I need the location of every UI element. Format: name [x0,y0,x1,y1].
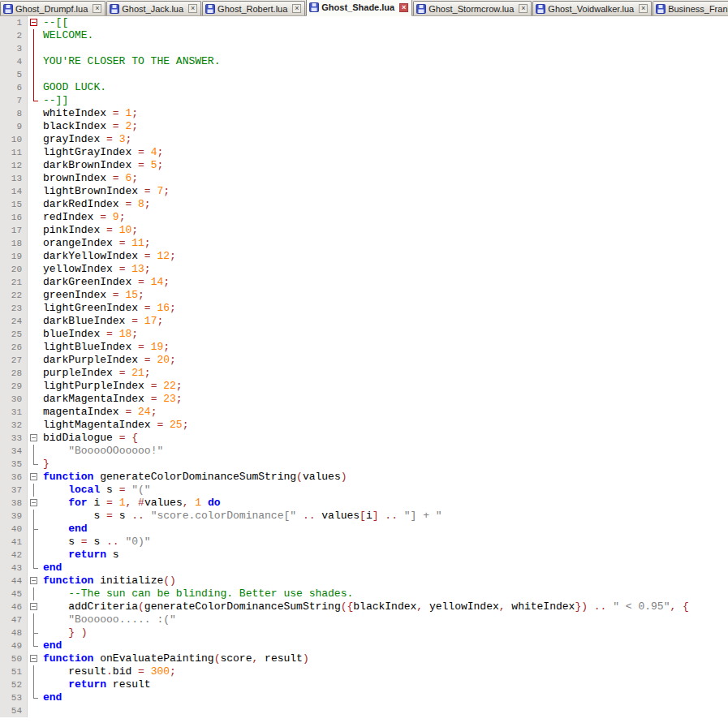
close-icon[interactable]: × [519,4,528,13]
line-number[interactable]: 38 [0,497,28,510]
line-number[interactable]: 39 [0,510,28,523]
line-number[interactable]: 14 [0,185,28,198]
code-line[interactable]: 38 for i = 1, #values, 1 do [0,497,728,510]
tab-ghost_stormcrow-lua[interactable]: Ghost_Stormcrow.lua× [413,1,532,15]
line-number[interactable]: 30 [0,393,28,406]
code-line[interactable]: 18orangeIndex = 11; [0,237,728,250]
line-number[interactable]: 17 [0,224,28,237]
code-line[interactable]: 31magentaIndex = 24; [0,406,728,419]
line-number[interactable]: 48 [0,626,28,639]
line-number[interactable]: 7 [0,94,28,107]
line-number[interactable]: 32 [0,419,28,432]
code-line[interactable]: 34 "BooooOOooooo!" [0,445,728,458]
code-line[interactable]: 41 s = s .. "0)" [0,536,728,549]
close-icon[interactable]: × [639,4,648,13]
line-number[interactable]: 25 [0,328,28,341]
code-line[interactable]: 45 --The sun can be blinding. Better use… [0,587,728,600]
code-line[interactable]: 53end [0,691,728,704]
line-number[interactable]: 45 [0,587,28,600]
tab-ghost_jack-lua[interactable]: Ghost_Jack.lua× [106,1,201,15]
fold-toggle-icon[interactable] [28,471,41,484]
code-line[interactable]: 24darkBlueIndex = 17; [0,315,728,328]
code-line[interactable]: 54 [0,704,728,717]
line-number[interactable]: 16 [0,211,28,224]
code-line[interactable]: 15darkRedIndex = 8; [0,198,728,211]
line-number[interactable]: 52 [0,678,28,691]
code-line[interactable]: 10grayIndex = 3; [0,133,728,146]
line-number[interactable]: 47 [0,613,28,626]
code-line[interactable]: 23lightGreenIndex = 16; [0,302,728,315]
line-number[interactable]: 9 [0,120,28,133]
fold-toggle-icon[interactable] [28,652,41,665]
code-line[interactable]: 47 "Boooooo..... :(" [0,613,728,626]
code-line[interactable]: 36function generateColorDominanceSumStri… [0,471,728,484]
code-line[interactable]: 11lightGrayIndex = 4; [0,146,728,159]
code-line[interactable]: 4YOU'RE CLOSER TO THE ANSWER. [0,55,728,68]
line-number[interactable]: 53 [0,691,28,704]
line-number[interactable]: 24 [0,315,28,328]
fold-toggle-icon[interactable] [28,432,41,445]
line-number[interactable]: 23 [0,302,28,315]
fold-toggle-icon[interactable] [28,16,41,29]
line-number[interactable]: 18 [0,237,28,250]
code-line[interactable]: 33bidDialogue = { [0,432,728,445]
line-number[interactable]: 10 [0,133,28,146]
code-line[interactable]: 14lightBrownIndex = 7; [0,185,728,198]
line-number[interactable]: 41 [0,536,28,549]
code-line[interactable]: 46 addCriteria(generateColorDominanceSum… [0,600,728,613]
line-number[interactable]: 36 [0,471,28,484]
code-line[interactable]: 12darkBrownIndex = 5; [0,159,728,172]
code-line[interactable]: 37 local s = "(" [0,484,728,497]
code-line[interactable]: 17pinkIndex = 10; [0,224,728,237]
code-line[interactable]: 22greenIndex = 15; [0,289,728,302]
code-line[interactable]: 27darkPurpleIndex = 20; [0,354,728,367]
code-line[interactable]: 25blueIndex = 18; [0,328,728,341]
fold-toggle-icon[interactable] [28,575,41,587]
code-line[interactable]: 39 s = s .. "score.colorDominance[" .. v… [0,510,728,523]
code-line[interactable]: 9blackIndex = 2; [0,120,728,133]
line-number[interactable]: 12 [0,159,28,172]
code-line[interactable]: 42 return s [0,549,728,562]
code-line[interactable]: 21darkGreenIndex = 14; [0,276,728,289]
line-number[interactable]: 4 [0,55,28,68]
code-line[interactable]: 43end [0,562,728,575]
code-line[interactable]: 20yellowIndex = 13; [0,263,728,276]
line-number[interactable]: 29 [0,380,28,393]
line-number[interactable]: 34 [0,445,28,458]
code-line[interactable]: 2WELCOME. [0,29,728,42]
line-number[interactable]: 22 [0,289,28,302]
code-line[interactable]: 8whiteIndex = 1; [0,107,728,120]
close-icon[interactable]: × [188,4,197,13]
line-number[interactable]: 49 [0,639,28,652]
line-number[interactable]: 51 [0,665,28,678]
line-number[interactable]: 28 [0,367,28,380]
code-line[interactable]: 16redIndex = 9; [0,211,728,224]
code-line[interactable]: 44function initialize() [0,575,728,587]
tab-ghost_robert-lua[interactable]: Ghost_Robert.lua× [202,1,305,15]
code-line[interactable]: 52 return result [0,678,728,691]
line-number[interactable]: 43 [0,562,28,575]
tab-ghost_drumpf-lua[interactable]: Ghost_Drumpf.lua× [0,1,106,15]
line-number[interactable]: 19 [0,250,28,263]
line-number[interactable]: 50 [0,652,28,665]
code-line[interactable]: 13brownIndex = 6; [0,172,728,185]
code-line[interactable]: 7--]] [0,94,728,107]
line-number[interactable]: 20 [0,263,28,276]
line-number[interactable]: 11 [0,146,28,159]
code-line[interactable]: 49end [0,639,728,652]
code-line[interactable]: 28purpleIndex = 21; [0,367,728,380]
line-number[interactable]: 26 [0,341,28,354]
line-number[interactable]: 44 [0,575,28,587]
line-number[interactable]: 21 [0,276,28,289]
code-line[interactable]: 32lightMagentaIndex = 25; [0,419,728,432]
line-number[interactable]: 6 [0,81,28,94]
code-line[interactable]: 30darkMagentaIndex = 23; [0,393,728,406]
close-icon[interactable]: × [292,4,301,13]
code-line[interactable]: 3 [0,42,728,55]
close-icon[interactable]: × [399,3,408,12]
code-line[interactable]: 26lightBlueIndex = 19; [0,341,728,354]
tab-ghost_voidwalker-lua[interactable]: Ghost_Voidwalker.lua× [532,1,652,15]
tab-business_frank-lua[interactable]: Business_Frank.lua× [653,1,728,15]
line-number[interactable]: 27 [0,354,28,367]
code-line[interactable]: 48 } ) [0,626,728,639]
